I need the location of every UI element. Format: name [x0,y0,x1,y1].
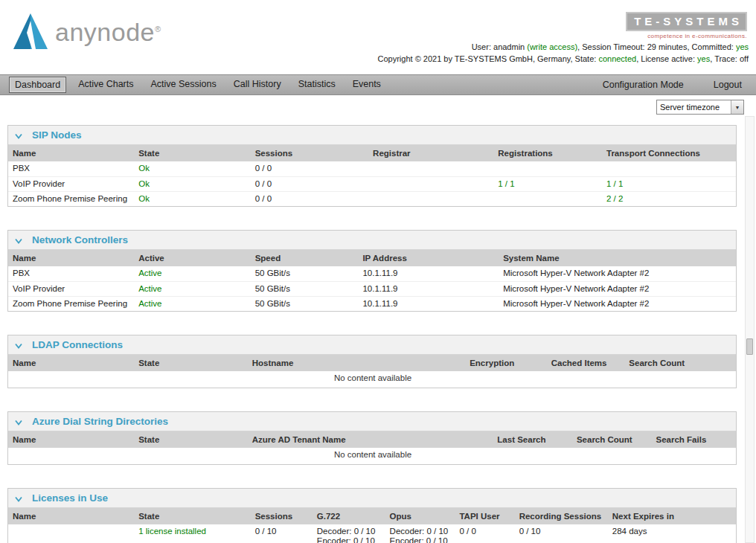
write-access-status: (write access) [527,42,577,51]
table-cell: 2 / 2 [602,191,736,206]
column-header: IP Address [358,250,499,266]
nav-item-logout[interactable]: Logout [708,77,747,92]
table-cell: 0 / 10 [251,524,313,543]
anynode-logo: anynode® [13,12,161,49]
trace-label: , Trace: [710,54,740,63]
column-header: Name [8,250,134,266]
table-cell: 10.1.11.9 [358,266,499,281]
table-cell: 0 / 10 [515,524,608,543]
table-cell: Ok [134,191,250,206]
anynode-triangle-icon [13,12,48,49]
select-arrow-icon[interactable]: ▼ [731,100,743,114]
column-header: Next Expires in [608,508,736,524]
table-cell: 0 / 0 [455,524,514,543]
table-cell: 0 / 0 [251,191,368,206]
table-row: Zoom Phone Premise PeeringActive50 GBit/… [8,296,736,311]
section-azure-dial-string-directories: Azure Dial String DirectoriesNameStateAz… [7,411,737,465]
table-azure-dial-string-directories: NameStateAzure AD Tenant NameLast Search… [8,431,736,464]
table-cell [368,191,493,206]
section-header-licenses-in-use[interactable]: Licenses in Use [8,489,736,508]
table-row: VoIP ProviderActive50 GBit/s10.1.11.9Mic… [8,281,736,296]
timezone-row: Server timezone ▼ [0,95,756,116]
nav-item-configuration-mode[interactable]: Configuration Mode [598,77,689,92]
column-header: State [134,355,248,371]
section-title: SIP Nodes [32,129,82,141]
te-systems-brand: TE-SYSTEMS competence in e-communication… [626,12,747,39]
column-header: Speed [251,250,359,266]
nav-item-dashboard[interactable]: Dashboard [9,77,66,93]
section-header-network-controllers[interactable]: Network Controllers [8,231,736,250]
collapse-chevron-icon[interactable] [14,132,23,141]
nav-left-group: DashboardActive ChartsActive SessionsCal… [9,77,393,93]
table-header-row: NameStateSessionsG.722OpusTAPI UserRecor… [8,508,736,524]
nav-item-call-history[interactable]: Call History [228,77,286,93]
table-cell: Active [134,296,250,311]
collapse-chevron-icon[interactable] [14,341,23,350]
section-title: LDAP Connections [32,339,123,350]
collapse-chevron-icon[interactable] [14,495,23,504]
timezone-select[interactable]: Server timezone ▼ [656,100,744,115]
te-systems-logo: TE-SYSTEMS [626,12,747,31]
table-header-row: NameStateHostnameEncryptionCached ItemsS… [8,355,736,371]
table-cell: 284 days [608,524,736,543]
table-cell: PBX [8,161,134,176]
empty-message: No content available [8,448,736,464]
column-header: Search Count [572,431,652,448]
section-licenses-in-use: Licenses in UseNameStateSessionsG.722Opu… [7,488,737,543]
table-sip-nodes: NameStateSessionsRegistrarRegistrationsT… [8,145,736,206]
table-cell: Decoder: 0 / 10Encoder: 0 / 10 [385,524,455,543]
table-cell [493,161,602,176]
table-cell [368,176,493,191]
session-timeout-label: , Session Timeout: 29 minutes, Committed… [577,42,736,51]
copyright-label: Copyright © 2021 by TE-SYSTEMS GmbH, Ger… [378,54,599,63]
table-cell: 1 / 1 [493,176,602,191]
table-cell [368,161,493,176]
state-status: connected [598,54,636,63]
registered-mark: ® [155,25,161,33]
table-cell: Active [134,266,250,281]
nav-item-active-sessions[interactable]: Active Sessions [146,77,222,93]
license-active-label: , License active: [636,54,697,63]
user-label: User: anadmin [472,42,528,51]
table-cell: Ok [134,176,250,191]
section-header-azure-dial-string-directories[interactable]: Azure Dial String Directories [8,412,736,431]
table-cell: 50 GBit/s [251,296,359,311]
table-cell: 1 license installed [134,524,250,543]
table-cell [8,524,134,543]
column-header: Sessions [251,508,313,524]
table-cell: Zoom Phone Premise Peering [8,191,134,206]
trace-status: off [740,54,749,63]
vertical-scrollbar[interactable] [745,116,755,543]
table-header-row: NameStateAzure AD Tenant NameLast Search… [8,431,736,448]
table-cell: Zoom Phone Premise Peering [8,296,134,311]
column-header: State [134,145,250,161]
table-row: Zoom Phone Premise PeeringOk0 / 02 / 2 [8,191,736,206]
collapse-chevron-icon[interactable] [14,418,23,427]
user-session-line: User: anadmin (write access), Session Ti… [378,41,749,53]
te-systems-tagline: competence in e-communications. [626,33,747,39]
section-title: Azure Dial String Directories [32,416,168,427]
table-cell: 0 / 0 [251,176,368,191]
table-cell [493,191,602,206]
nav-item-events[interactable]: Events [347,77,386,93]
app-header: anynode® TE-SYSTEMS competence in e-comm… [0,0,756,74]
column-header: Opus [385,508,455,524]
table-cell [602,161,736,176]
column-header: Last Search [493,431,572,448]
table-cell: Active [134,281,250,296]
table-cell: 10.1.11.9 [358,296,499,311]
table-cell: 50 GBit/s [251,281,359,296]
empty-row: No content available [8,448,736,464]
collapse-chevron-icon[interactable] [14,237,23,245]
empty-row: No content available [8,371,736,388]
nav-item-active-charts[interactable]: Active Charts [73,77,138,93]
nav-item-statistics[interactable]: Statistics [293,77,341,93]
table-cell: Ok [134,161,250,176]
scrollbar-thumb[interactable] [746,338,753,355]
column-header: Search Fails [652,431,736,448]
section-header-sip-nodes[interactable]: SIP Nodes [8,126,736,145]
table-ldap-connections: NameStateHostnameEncryptionCached ItemsS… [8,355,736,388]
section-header-ldap-connections[interactable]: LDAP Connections [8,335,736,355]
license-active-status: yes [697,54,710,63]
column-header: G.722 [313,508,385,524]
